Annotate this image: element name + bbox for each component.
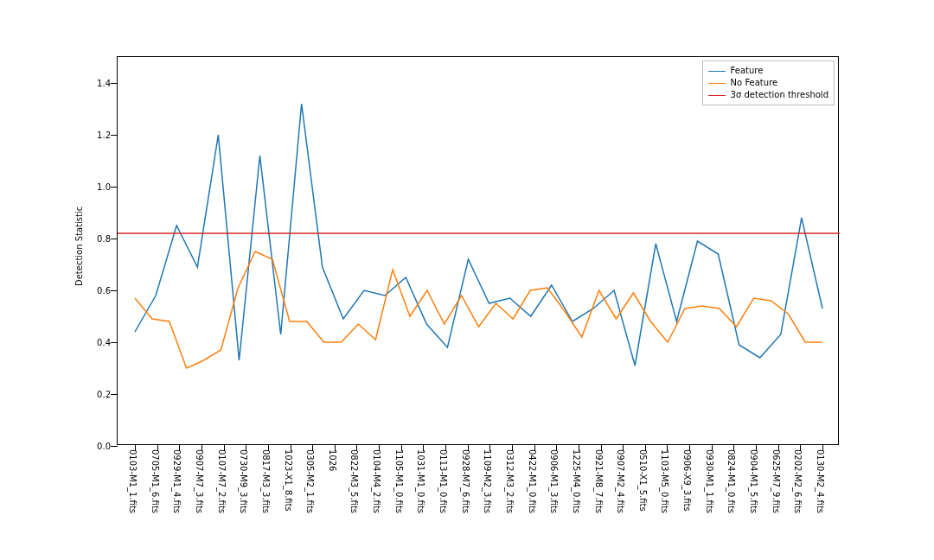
legend-swatch-no-feature	[708, 83, 726, 84]
x-tick-label: 0929-M1_4.fits	[172, 449, 182, 513]
x-tick-label: 1109-M2_3.fits	[483, 449, 492, 513]
legend-label: 3σ detection threshold	[731, 89, 828, 101]
legend-entry-threshold: 3σ detection threshold	[708, 89, 828, 101]
x-tick-label: 1031-M1_0.fits	[416, 449, 425, 513]
x-tick-label: 0907-M7_3.fits	[195, 449, 204, 513]
x-tick-label: 1103-M5_0.fits	[660, 449, 669, 513]
x-tick-label: 0907-M2_4.fits	[616, 449, 625, 513]
legend-swatch-feature	[708, 71, 726, 72]
x-tick-label: 0817-M3_3.fits	[261, 449, 271, 513]
x-tick-label: 0202-M2_6.fits	[793, 449, 803, 513]
y-axis-label: Detection Statistic	[74, 207, 84, 286]
x-tick-label: 0904-M1_5.fits	[749, 449, 758, 513]
x-tick-label: 1026	[328, 449, 337, 471]
x-tick-label: 0130-M2_4.fits	[816, 449, 825, 513]
y-tick-label: 1.2	[97, 130, 118, 140]
x-tick-label: 0625-M7_9.fits	[771, 449, 781, 513]
legend-entry-no-feature: No Feature	[708, 77, 828, 89]
x-tick-label: 0104-M4_2.fits	[372, 449, 381, 513]
plot-lines	[118, 57, 840, 446]
x-tick-label: 1225-M4_0.fits	[572, 449, 581, 513]
x-tick-label: 0906-M1_3.fits	[549, 449, 559, 513]
legend-entry-feature: Feature	[708, 65, 828, 77]
x-tick-label: 1023-X1_8.fits	[284, 449, 293, 512]
x-tick-label: 1105-M1_0.fits	[394, 449, 404, 513]
y-tick-label: 0.8	[97, 234, 118, 244]
x-tick-label: 0822-M3_5.fits	[349, 449, 359, 513]
x-tick-label: 0928-M7_6.fits	[461, 449, 470, 513]
x-tick-label: 0103-M1_1.fits	[128, 449, 138, 513]
x-tick-label: 0730-M9_3.fits	[239, 449, 248, 513]
y-tick-label: 1.0	[97, 182, 118, 192]
x-tick-label: 0824-M1_0.fits	[726, 449, 736, 513]
y-tick-label: 0.6	[97, 286, 118, 296]
x-tick-label: 0312-M3_2.fits	[505, 449, 515, 513]
figure: Detection Statistic Feature No Feature 3…	[0, 0, 934, 560]
x-tick-label: 0921-M8_7.fits	[594, 449, 604, 513]
x-tick-label: 0305-M2_1.fits	[305, 449, 315, 513]
y-tick-label: 0.0	[97, 442, 118, 451]
legend-label: No Feature	[731, 77, 778, 89]
x-tick-label: 0906-X9_3.fits	[682, 449, 692, 512]
x-tick-label: 0422-M1_0.fits	[528, 449, 537, 513]
y-tick-label: 0.4	[97, 338, 118, 347]
x-tick-label: 0113-M1_0.fits	[438, 449, 448, 513]
x-tick-label: 0510-X1_5.fits	[638, 449, 648, 512]
legend-swatch-threshold	[708, 95, 726, 96]
y-tick-label: 0.2	[97, 390, 118, 399]
plot-axes: Detection Statistic Feature No Feature 3…	[117, 56, 839, 445]
legend: Feature No Feature 3σ detection threshol…	[702, 60, 835, 105]
x-tick-label: 0107-M7_2.fits	[217, 449, 227, 513]
x-tick-label: 0930-M1_1.fits	[705, 449, 714, 513]
x-tick-label: 0705-M1_6.fits	[150, 449, 160, 513]
y-tick-label: 1.4	[97, 79, 118, 88]
legend-label: Feature	[731, 65, 764, 77]
